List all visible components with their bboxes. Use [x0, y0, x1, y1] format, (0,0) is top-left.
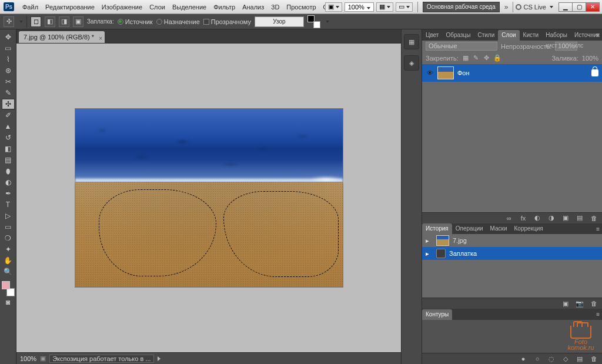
status-info[interactable]: Экспозиция работает только в ... [49, 355, 153, 363]
menu-select[interactable]: Выделение [169, 4, 210, 11]
blend-mode-dropdown[interactable]: Обычные [426, 42, 497, 51]
selection-add-button[interactable]: ◧ [45, 16, 55, 27]
layer-thumbnail[interactable] [437, 66, 454, 79]
shape-tool[interactable]: ▭ [2, 222, 15, 232]
stamp-tool[interactable]: ▲ [2, 121, 15, 132]
window-close-button[interactable]: ✕ [586, 2, 600, 12]
workspaces-more-button[interactable]: » [502, 3, 511, 11]
dock-minibridge-button[interactable]: ▦ [404, 34, 419, 49]
status-menu-button[interactable] [158, 356, 160, 361]
color-swatches[interactable] [2, 281, 15, 296]
move-tool[interactable]: ✥ [2, 32, 15, 42]
brush-tool[interactable]: ✐ [2, 110, 15, 121]
lock-pixels-button[interactable]: ▦ [462, 55, 469, 62]
pattern-dropdown-icon[interactable] [326, 21, 329, 23]
gradient-tool[interactable]: ▤ [2, 155, 15, 165]
document-tab[interactable]: 7.jpg @ 100% (RGB/8) * × [19, 31, 105, 43]
type-tool[interactable]: T [2, 199, 15, 210]
path-to-selection-button[interactable]: ◌ [547, 355, 556, 363]
layer-visibility-toggle[interactable]: 👁 [426, 69, 434, 77]
preset-dropdown-icon[interactable] [19, 21, 23, 23]
document-canvas[interactable] [75, 109, 343, 287]
dock-navigator-button[interactable]: ◈ [404, 55, 419, 71]
view-extras-button[interactable]: ▦ [376, 2, 393, 12]
layer-mask-button[interactable]: ◐ [533, 214, 542, 222]
new-path-button[interactable]: ▤ [575, 355, 584, 363]
marquee-tool[interactable]: ▭ [2, 43, 15, 54]
lock-all-button[interactable]: 🔒 [494, 55, 501, 62]
canvas-area[interactable] [16, 44, 401, 352]
menu-3d[interactable]: 3D [267, 4, 283, 11]
window-minimize-button[interactable]: ▁ [558, 2, 573, 12]
pattern-button[interactable]: Узор [255, 16, 304, 27]
menu-edit[interactable]: Редактирование [42, 4, 98, 11]
layer-row[interactable]: 👁 Фон [422, 64, 602, 82]
radio-source[interactable]: Источник [118, 18, 153, 25]
link-layers-button[interactable]: ∞ [504, 214, 514, 222]
path-select-tool[interactable]: ▷ [2, 211, 15, 221]
close-tab-button[interactable]: × [99, 33, 102, 45]
tab-layers[interactable]: Слои [498, 30, 519, 41]
check-transparent[interactable]: Прозрачному [203, 18, 251, 25]
tab-actions[interactable]: Операции [452, 223, 487, 234]
tool-preset-button[interactable]: ✣ [4, 16, 14, 27]
layer-name[interactable]: Фон [457, 69, 470, 76]
blur-tool[interactable]: ⬮ [2, 166, 15, 176]
selection-intersect-button[interactable]: ▣ [73, 16, 83, 27]
menu-file[interactable]: Файл [19, 4, 42, 11]
menu-layers[interactable]: Слои [146, 4, 169, 11]
fill-field[interactable]: 100% [582, 55, 598, 62]
quick-mask-button[interactable]: ◙ [2, 297, 15, 308]
tab-history[interactable]: История [422, 223, 452, 234]
status-zoom[interactable]: 100% [20, 355, 36, 362]
dodge-tool[interactable]: ◐ [2, 177, 15, 188]
layer-fx-button[interactable]: fx [519, 214, 528, 222]
tab-paths[interactable]: Контуры [422, 309, 452, 320]
3d-tool[interactable]: ❍ [2, 233, 15, 243]
radio-destination[interactable]: Назначение [156, 18, 200, 25]
layer-group-button[interactable]: ▣ [561, 214, 570, 222]
new-doc-from-state-button[interactable]: ▣ [561, 299, 570, 308]
menu-image[interactable]: Изображение [98, 4, 146, 11]
new-layer-button[interactable]: ▤ [575, 214, 584, 222]
layers-panel-menu-button[interactable]: ≡ [596, 32, 600, 38]
paths-panel-menu-button[interactable]: ≡ [596, 311, 600, 318]
tab-brush-presets[interactable]: Наборы кист [542, 30, 571, 41]
adjustment-layer-button[interactable]: ◑ [547, 214, 556, 222]
workspace-switcher[interactable]: Основная рабочая среда [423, 2, 500, 12]
selection-subtract-button[interactable]: ◨ [59, 16, 69, 27]
menu-filter[interactable]: Фильтр [210, 4, 239, 11]
zoom-tool[interactable]: 🔍 [2, 266, 15, 277]
eyedropper-tool[interactable]: ✎ [2, 88, 15, 98]
window-maximize-button[interactable]: ▢ [572, 2, 586, 12]
new-snapshot-button[interactable]: 📷 [575, 299, 584, 308]
cslive-button[interactable]: CS Live [516, 4, 553, 11]
zoom-field[interactable]: 100% [345, 2, 374, 12]
crop-tool[interactable]: ✂ [2, 76, 15, 87]
eraser-tool[interactable]: ◧ [2, 143, 15, 154]
delete-layer-button[interactable]: 🗑 [589, 214, 598, 222]
selection-new-button[interactable]: ◻ [31, 16, 41, 27]
history-snapshot-row[interactable]: ▸ 7.jpg [422, 234, 602, 247]
lock-position-button[interactable]: ✥ [483, 55, 490, 62]
tab-color[interactable]: Цвет [422, 30, 442, 41]
pen-tool[interactable]: ✒ [2, 188, 15, 199]
history-brush-tool[interactable]: ↺ [2, 132, 15, 143]
fill-path-button[interactable]: ● [519, 355, 528, 363]
menu-view[interactable]: Просмотр [283, 4, 319, 11]
lock-brush-button[interactable]: ✎ [473, 55, 480, 62]
pattern-swatch[interactable] [307, 15, 320, 28]
tab-masks[interactable]: Маски [487, 223, 511, 234]
foreground-color-swatch[interactable] [2, 281, 10, 289]
quick-select-tool[interactable]: ⊛ [2, 65, 15, 76]
tab-swatches[interactable]: Образцы [442, 30, 474, 41]
screen-mode-button[interactable]: ▭ [396, 2, 413, 12]
lasso-tool[interactable]: ⌇ [2, 54, 15, 65]
hand-tool[interactable]: ✋ [2, 255, 15, 266]
menu-analysis[interactable]: Анализ [239, 4, 267, 11]
history-step-row[interactable]: ▸ Заплатка [422, 247, 602, 260]
background-color-swatch[interactable] [6, 288, 15, 296]
3d-camera-tool[interactable]: ✦ [2, 244, 15, 255]
delete-path-button[interactable]: 🗑 [589, 355, 598, 363]
stroke-path-button[interactable]: ○ [533, 355, 542, 363]
